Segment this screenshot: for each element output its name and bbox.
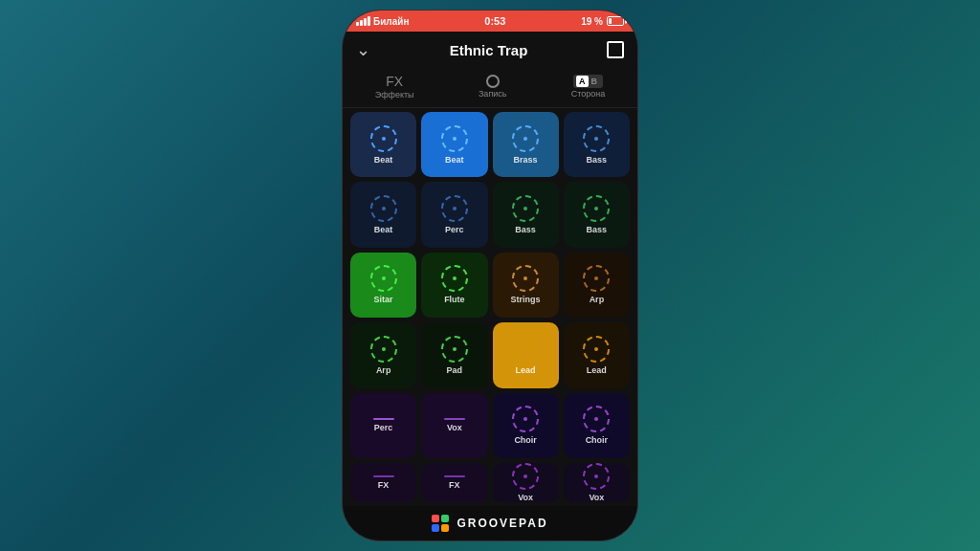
menu-square-icon[interactable] xyxy=(607,41,624,58)
pad-circle-3 xyxy=(583,125,610,152)
pad-circle-15 xyxy=(583,336,610,363)
pad-label-2: Brass xyxy=(514,155,538,165)
pad-circle-13 xyxy=(441,336,468,363)
pad-circle-10 xyxy=(512,265,539,292)
pad-18[interactable]: Choir xyxy=(493,393,559,458)
tabs-bar: FX Эффекты Запись A B Сторона xyxy=(343,68,637,108)
pad-label-13: Pad xyxy=(447,365,463,375)
tab-fx[interactable]: FX Эффекты xyxy=(375,74,414,99)
pad-5[interactable]: Perc xyxy=(421,182,487,247)
pad-label-15: Lead xyxy=(587,365,607,375)
pad-circle-11 xyxy=(583,265,610,292)
pad-21[interactable]: FX xyxy=(421,463,487,502)
groovepad-logo xyxy=(432,515,449,532)
battery-icon xyxy=(607,16,624,26)
pad-label-16: Perc xyxy=(374,423,393,432)
pad-circle-4 xyxy=(370,195,397,222)
status-bar: Билайн 0:53 19 % xyxy=(343,11,637,32)
pad-label-23: Vox xyxy=(589,493,604,502)
pad-label-5: Perc xyxy=(445,225,464,234)
pad-label-11: Arp xyxy=(590,295,605,304)
pad-line-21 xyxy=(444,475,465,477)
pad-label-1: Beat xyxy=(445,155,464,165)
pad-2[interactable]: Brass xyxy=(493,112,559,177)
pad-label-6: Bass xyxy=(515,225,536,234)
pad-circle-19 xyxy=(583,406,610,432)
pad-11[interactable]: Arp xyxy=(564,253,630,318)
fx-icon: FX xyxy=(386,74,403,89)
pad-1[interactable]: Beat xyxy=(421,112,487,177)
pad-line-20 xyxy=(373,475,394,477)
tab-record-label: Запись xyxy=(479,89,507,99)
pad-label-14: Lead xyxy=(516,365,536,375)
pad-19[interactable]: Choir xyxy=(564,393,630,458)
pad-8[interactable]: Sitar xyxy=(350,253,416,318)
pad-line-17 xyxy=(444,418,465,420)
pad-label-10: Strings xyxy=(511,295,541,304)
pad-0[interactable]: Beat xyxy=(350,112,416,177)
carrier-label: Билайн xyxy=(373,16,409,27)
pad-label-3: Bass xyxy=(587,155,608,165)
footer: GROOVEPAD xyxy=(343,506,637,540)
pad-circle-23 xyxy=(583,463,610,490)
pad-6[interactable]: Bass xyxy=(493,182,559,247)
pad-circle-14 xyxy=(512,336,539,363)
pad-label-9: Flute xyxy=(444,295,465,304)
pad-label-12: Arp xyxy=(376,365,391,375)
pad-line-16 xyxy=(373,418,394,420)
title-bar: ⌄ Ethnic Trap xyxy=(343,32,637,68)
pad-circle-22 xyxy=(512,463,539,490)
pad-17[interactable]: Vox xyxy=(421,393,487,458)
pad-7[interactable]: Bass xyxy=(564,182,630,247)
pads-grid: BeatBeatBrassBassBeatPercBassBassSitarFl… xyxy=(343,108,637,506)
pad-label-8: Sitar xyxy=(374,295,393,304)
pad-circle-5 xyxy=(441,195,468,222)
pad-circle-7 xyxy=(583,195,610,222)
pad-circle-0 xyxy=(370,125,397,152)
pad-label-18: Choir xyxy=(514,435,537,445)
pad-13[interactable]: Pad xyxy=(421,322,487,387)
pad-label-19: Choir xyxy=(586,435,609,445)
pad-16[interactable]: Perc xyxy=(350,393,416,458)
pad-9[interactable]: Flute xyxy=(421,253,487,318)
pad-circle-8 xyxy=(370,265,397,292)
pad-circle-9 xyxy=(441,265,468,292)
ab-icon: A B xyxy=(573,75,603,88)
status-left: Билайн xyxy=(356,16,409,27)
tab-side-label: Сторона xyxy=(571,89,606,99)
pad-label-4: Beat xyxy=(374,225,393,234)
signal-bars xyxy=(356,16,370,26)
pad-label-0: Beat xyxy=(374,155,393,165)
pad-15[interactable]: Lead xyxy=(564,322,630,387)
battery-percent: 19 % xyxy=(581,16,603,27)
pad-23[interactable]: Vox xyxy=(564,463,630,502)
pad-label-7: Bass xyxy=(587,225,608,234)
tab-side[interactable]: A B Сторона xyxy=(571,75,606,99)
record-icon xyxy=(486,75,500,88)
phone-frame: Билайн 0:53 19 % ⌄ Ethnic Trap FX Эффект… xyxy=(342,10,638,541)
pad-4[interactable]: Beat xyxy=(350,182,416,247)
pad-14[interactable]: Lead xyxy=(493,322,559,387)
pad-label-22: Vox xyxy=(518,493,533,502)
pad-20[interactable]: FX xyxy=(350,463,416,502)
pad-circle-18 xyxy=(512,406,539,432)
pad-circle-6 xyxy=(512,195,539,222)
pad-10[interactable]: Strings xyxy=(493,253,559,318)
pad-12[interactable]: Arp xyxy=(350,322,416,387)
pad-22[interactable]: Vox xyxy=(493,463,559,502)
pad-label-17: Vox xyxy=(447,423,462,432)
time-label: 0:53 xyxy=(484,15,505,27)
pad-circle-1 xyxy=(441,125,468,152)
status-right: 19 % xyxy=(581,16,624,27)
pad-circle-12 xyxy=(370,336,397,363)
pad-circle-2 xyxy=(512,125,539,152)
brand-name: GROOVEPAD xyxy=(457,517,547,530)
pad-label-20: FX xyxy=(378,480,390,490)
page-title: Ethnic Trap xyxy=(450,42,528,58)
pad-label-21: FX xyxy=(449,480,460,490)
tab-record[interactable]: Запись xyxy=(479,75,507,99)
tab-fx-label: Эффекты xyxy=(375,90,414,99)
back-icon[interactable]: ⌄ xyxy=(356,39,370,60)
pad-3[interactable]: Bass xyxy=(564,112,630,177)
